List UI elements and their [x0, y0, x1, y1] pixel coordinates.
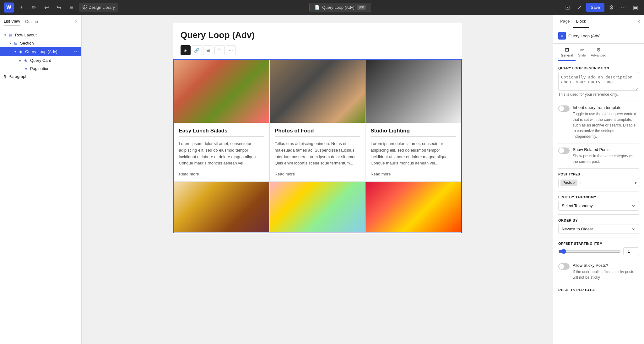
chevron-toolbar-btn[interactable]: ⌃	[214, 45, 225, 55]
clear-post-types-btn[interactable]: ×	[579, 180, 581, 185]
tree-item-query-card[interactable]: ▸ ◈ Query Card	[0, 56, 81, 64]
post-types-dropdown-icon[interactable]: ▾	[635, 180, 637, 185]
post-title-3[interactable]: Studio Lighting	[371, 128, 456, 137]
inherit-query-label: Inherit query from template	[573, 105, 639, 110]
right-panel-close-button[interactable]: ×	[637, 19, 640, 24]
post-types-input[interactable]: Posts × × ▾	[558, 178, 639, 187]
query-loop-desc-textarea[interactable]	[558, 72, 639, 91]
post-card-6	[365, 182, 461, 233]
show-related-toggle[interactable]	[558, 148, 570, 154]
more-options-icon[interactable]: ⋯	[74, 49, 79, 55]
tab-block[interactable]: Block	[573, 15, 589, 28]
post-image-5	[270, 182, 365, 232]
post-image-3	[365, 60, 461, 123]
tab-outline[interactable]: Outline	[25, 18, 38, 25]
post-title-1[interactable]: Easy Lunch Salads	[179, 128, 264, 137]
order-by-label: ORDER BY	[558, 218, 639, 222]
page-title-button[interactable]: 📄 Query Loop (Adv) ⌘K	[309, 3, 371, 12]
design-library-icon: 🖼	[82, 5, 87, 10]
edit-icon-button[interactable]: ✏	[29, 3, 39, 13]
settings-button[interactable]: ⚙	[606, 3, 616, 13]
sub-tabs: ⊟ General ✏ Style ⚙ Advanced	[553, 44, 644, 61]
tab-list-view[interactable]: List View	[4, 18, 20, 25]
block-name-label: Query Loop (Adv)	[568, 34, 601, 38]
read-more-1[interactable]: Read more	[179, 172, 199, 176]
post-title-2[interactable]: Photos of Food	[275, 128, 360, 137]
tree-item-pagination[interactable]: ≡ Pagination	[0, 64, 81, 73]
taxonomy-select[interactable]: Select Taxonomy	[558, 201, 639, 211]
sub-tab-advanced[interactable]: ⚙ Advanced	[588, 44, 609, 61]
post-card-4	[174, 182, 269, 233]
post-card-5	[269, 182, 365, 233]
post-types-label: Post Types	[558, 172, 639, 176]
post-card-1: Easy Lunch Salads Lorem ipsum dolor sit …	[174, 60, 269, 182]
inherit-query-toggle[interactable]	[558, 105, 570, 112]
ref-only-text: This is used for your reference only.	[558, 92, 639, 97]
main-layout: List View Outline × ▾ ▤ Row Layout ▾ ⊞ S…	[0, 15, 644, 344]
offset-slider-row	[558, 247, 639, 255]
inherit-query-desc: Toggle to use the global query context t…	[573, 111, 639, 139]
add-button[interactable]: +	[16, 3, 26, 13]
general-icon: ⊟	[565, 47, 569, 53]
chevron-icon: ▾	[3, 32, 8, 37]
divider-4	[558, 191, 639, 191]
sub-tab-style[interactable]: ✏ Style	[576, 44, 588, 61]
allow-sticky-row: Allow Sticky Posts? If the user applies …	[558, 263, 639, 280]
tree-item-query-loop[interactable]: ▾ ◈ Query Loop (Adv) ⋯	[0, 47, 81, 56]
tree-item-row-layout[interactable]: ▾ ▤ Row Layout	[0, 31, 81, 39]
allow-sticky-label: Allow Sticky Posts?	[573, 263, 639, 268]
page-doc-icon: 📄	[315, 5, 320, 10]
list-view-button[interactable]: ≡	[67, 3, 77, 13]
general-label: General	[561, 53, 573, 57]
external-link-button[interactable]: ⤢	[574, 3, 584, 13]
row-layout-icon: ▤	[8, 32, 14, 37]
chevron-icon: ▸	[18, 58, 23, 63]
tree-item-section[interactable]: ▾ ⊞ Section	[0, 39, 81, 47]
redo-button[interactable]: ↪	[54, 3, 64, 13]
query-card-icon: ◈	[23, 58, 29, 63]
design-library-button[interactable]: 🖼 Design Library	[79, 3, 118, 12]
panel-close-button[interactable]: ×	[75, 19, 78, 24]
order-by-select[interactable]: Newest to Oldest Oldest to Newest Alphab…	[558, 224, 639, 234]
post-content-1: Easy Lunch Salads Lorem ipsum dolor sit …	[174, 123, 269, 181]
query-icon-toolbar-btn[interactable]: ◈	[181, 45, 191, 55]
offset-number-input[interactable]	[623, 247, 639, 255]
divider-2	[558, 143, 639, 143]
keyboard-shortcut: ⌘K	[357, 5, 366, 10]
divider-6	[558, 238, 639, 238]
link-toolbar-btn[interactable]: 🔗	[192, 45, 202, 55]
divider-3	[558, 168, 639, 169]
advanced-icon: ⚙	[596, 47, 601, 53]
block-toolbar: ◈ 🔗 ⊞ ⌃ ⋯	[173, 45, 462, 59]
chevron-icon	[18, 66, 23, 71]
limit-taxonomy-label: Limit by Taxonomy	[558, 195, 639, 199]
post-image-4	[174, 182, 269, 232]
paragraph-icon: ¶	[4, 74, 6, 79]
paragraph-label: Paragraph	[8, 74, 28, 79]
grid-toolbar-btn[interactable]: ⊞	[203, 45, 213, 55]
posts-grid: Easy Lunch Salads Lorem ipsum dolor sit …	[173, 59, 462, 233]
sub-tab-general[interactable]: ⊟ General	[558, 44, 576, 61]
allow-sticky-toggle[interactable]	[558, 263, 570, 270]
show-related-text: Show Related Posts Show posts in the sam…	[573, 147, 639, 164]
undo-button[interactable]: ↩	[41, 3, 51, 13]
read-more-3[interactable]: Read more	[371, 172, 391, 176]
allow-sticky-text: Allow Sticky Posts? If the user applies …	[573, 263, 639, 280]
sidebar-toggle-button[interactable]: ▣	[630, 3, 640, 13]
tree-item-paragraph[interactable]: ¶ Paragraph	[0, 73, 81, 80]
posts-tag-remove[interactable]: ×	[573, 180, 576, 185]
inherit-query-text: Inherit query from template Toggle to us…	[573, 105, 639, 139]
tab-page[interactable]: Page	[557, 15, 573, 28]
view-button[interactable]: ⊡	[562, 3, 572, 13]
read-more-2[interactable]: Read more	[275, 172, 295, 176]
canvas-inner: Query Loop (Adv) ◈ 🔗 ⊞ ⌃ ⋯ Easy Lunch Sa…	[173, 23, 462, 233]
advanced-label: Advanced	[591, 53, 606, 57]
chevron-icon: ▾	[13, 49, 18, 54]
save-button[interactable]: Save	[586, 3, 604, 12]
more-toolbar-btn[interactable]: ⋯	[226, 45, 236, 55]
more-tools-button[interactable]: ⋯	[618, 3, 628, 13]
tree-area: ▾ ▤ Row Layout ▾ ⊞ Section ▾ ◈ Query Loo…	[0, 28, 81, 344]
topbar: W + ✏ ↩ ↪ ≡ 🖼 Design Library 📄 Query Loo…	[0, 0, 644, 15]
inherit-query-row: Inherit query from template Toggle to us…	[558, 105, 639, 139]
offset-slider[interactable]	[558, 249, 621, 254]
